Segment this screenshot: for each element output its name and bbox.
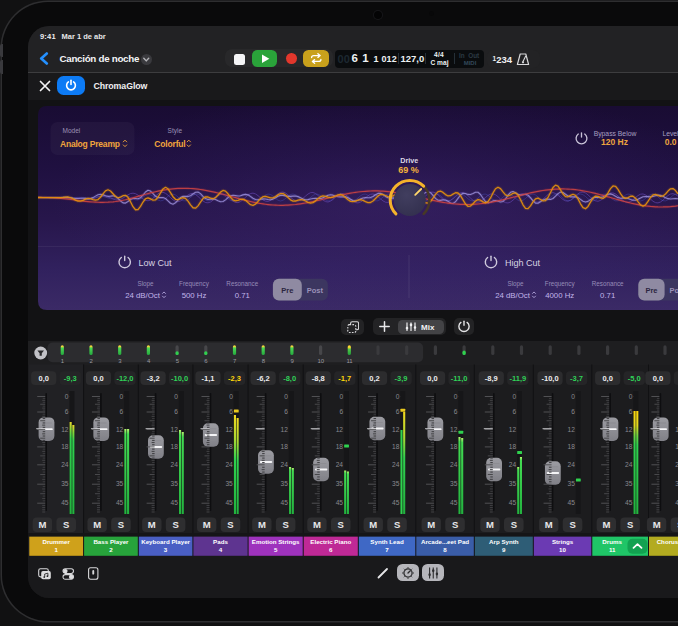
svg-text:M: M	[427, 519, 435, 530]
svg-text:Slope: Slope	[137, 280, 154, 288]
svg-text:18: 18	[392, 443, 400, 450]
svg-text:0: 0	[395, 393, 399, 400]
svg-text:Post: Post	[307, 286, 324, 295]
svg-text:-11,0: -11,0	[450, 374, 467, 383]
svg-text:Drummer: Drummer	[42, 538, 70, 545]
svg-text:0.71: 0.71	[600, 291, 615, 300]
svg-text:12: 12	[280, 426, 288, 433]
svg-text:M: M	[312, 519, 320, 530]
svg-text:-5,0: -5,0	[627, 374, 640, 383]
svg-text:12: 12	[625, 426, 633, 433]
svg-text:35: 35	[335, 480, 343, 487]
svg-text:Arp Synth: Arp Synth	[489, 538, 519, 545]
svg-text:0: 0	[339, 393, 343, 400]
svg-text:Electric Piano: Electric Piano	[310, 538, 351, 545]
svg-text:6: 6	[628, 408, 632, 415]
svg-text:18: 18	[61, 443, 69, 450]
svg-text:0: 0	[284, 393, 288, 400]
svg-text:12: 12	[115, 426, 123, 433]
svg-text:M: M	[369, 519, 377, 530]
svg-text:Pre: Pre	[645, 286, 657, 295]
svg-text:35: 35	[170, 480, 178, 487]
svg-text:-11,9: -11,9	[509, 374, 526, 383]
svg-text:Style: Style	[168, 127, 183, 135]
svg-text:Resonance: Resonance	[592, 280, 624, 287]
svg-text:6: 6	[284, 408, 288, 415]
svg-text:S: S	[569, 519, 575, 530]
svg-text:S: S	[510, 519, 516, 530]
svg-text:Drums: Drums	[602, 538, 622, 545]
svg-text:45: 45	[335, 499, 343, 506]
svg-text:-10,0: -10,0	[541, 374, 558, 383]
svg-text:0.0: 0.0	[665, 137, 677, 147]
svg-text:0,0: 0,0	[652, 374, 662, 383]
svg-text:-12,0: -12,0	[116, 374, 133, 383]
svg-text:6: 6	[512, 408, 516, 415]
svg-text:120 Hz: 120 Hz	[601, 137, 628, 147]
svg-text:8: 8	[443, 546, 447, 553]
svg-text:Bass Player: Bass Player	[93, 538, 129, 545]
svg-text:-10,0: -10,0	[171, 374, 188, 383]
svg-text:24: 24	[508, 461, 516, 468]
svg-text:35: 35	[115, 480, 123, 487]
svg-text:45: 45	[625, 499, 633, 506]
svg-text:12: 12	[508, 426, 516, 433]
svg-text:18: 18	[335, 443, 343, 450]
svg-text:Strings: Strings	[551, 538, 573, 545]
svg-text:18: 18	[280, 443, 288, 450]
svg-text:12: 12	[392, 426, 400, 433]
svg-text:45: 45	[567, 499, 575, 506]
svg-text:Pads: Pads	[213, 538, 228, 545]
svg-text:-1,1: -1,1	[201, 374, 214, 383]
svg-text:24: 24	[392, 461, 400, 468]
svg-text:45: 45	[450, 499, 458, 506]
svg-text:35: 35	[280, 480, 288, 487]
svg-text:18: 18	[508, 443, 516, 450]
svg-text:2: 2	[109, 546, 113, 553]
svg-text:500 Hz: 500 Hz	[182, 291, 207, 300]
svg-text:7: 7	[385, 546, 389, 553]
svg-text:Colorful: Colorful	[154, 139, 185, 149]
svg-text:24: 24	[61, 461, 69, 468]
svg-text:35: 35	[508, 480, 516, 487]
svg-text:35: 35	[625, 480, 633, 487]
svg-text:45: 45	[61, 499, 69, 506]
svg-text:6: 6	[64, 408, 68, 415]
svg-text:12: 12	[450, 426, 458, 433]
svg-text:Analog Preamp: Analog Preamp	[60, 139, 120, 149]
svg-text:24: 24	[115, 461, 123, 468]
svg-text:M: M	[38, 519, 46, 530]
svg-text:11: 11	[608, 546, 615, 553]
svg-text:-3,9: -3,9	[394, 374, 407, 383]
svg-text:18: 18	[450, 443, 458, 450]
svg-text:-8,8: -8,8	[311, 374, 324, 383]
svg-text:18: 18	[625, 443, 633, 450]
svg-text:Drive: Drive	[400, 156, 418, 165]
svg-text:45: 45	[225, 499, 233, 506]
svg-text:4000 Hz: 4000 Hz	[545, 291, 574, 300]
svg-text:0: 0	[628, 393, 632, 400]
svg-text:S: S	[626, 519, 632, 530]
svg-text:Arcade...eet Pad: Arcade...eet Pad	[420, 538, 468, 545]
svg-text:24: 24	[280, 461, 288, 468]
svg-text:Slope: Slope	[507, 280, 524, 288]
svg-text:S: S	[393, 519, 399, 530]
svg-text:24: 24	[335, 461, 343, 468]
svg-text:M: M	[544, 519, 552, 530]
svg-text:35: 35	[450, 480, 458, 487]
svg-text:S: S	[117, 519, 123, 530]
svg-text:-8,9: -8,9	[484, 374, 497, 383]
svg-text:6: 6	[119, 408, 123, 415]
svg-text:6: 6	[395, 408, 399, 415]
svg-text:M: M	[652, 519, 660, 530]
svg-text:11: 11	[346, 358, 353, 364]
svg-text:0: 0	[64, 393, 68, 400]
svg-text:0: 0	[174, 393, 178, 400]
svg-text:35: 35	[61, 480, 69, 487]
svg-text:-8,0: -8,0	[283, 374, 296, 383]
svg-text:Pre: Pre	[281, 286, 293, 295]
svg-text:0,0: 0,0	[427, 374, 437, 383]
svg-text:Post: Post	[669, 286, 678, 295]
svg-text:M: M	[147, 519, 155, 530]
svg-text:Frequency: Frequency	[179, 280, 210, 288]
